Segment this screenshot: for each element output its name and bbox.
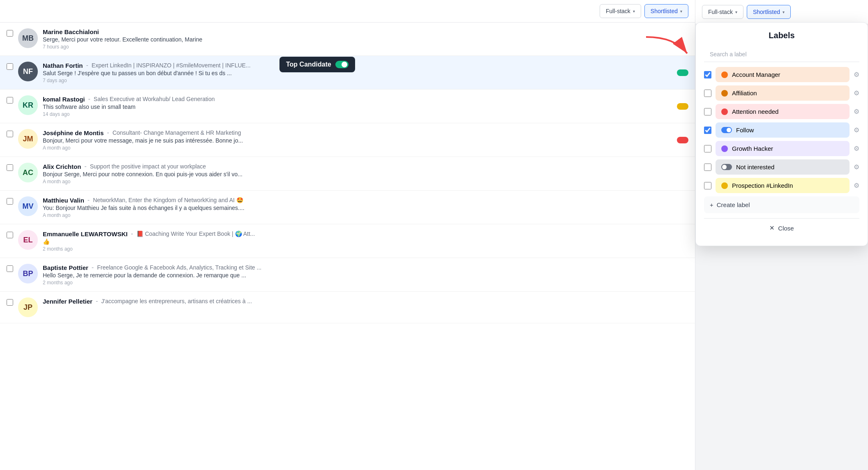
label-dot-icon: [721, 71, 728, 78]
conv-name: Baptiste Pottier: [43, 264, 88, 271]
label-checkbox[interactable]: [704, 90, 711, 97]
label-tag[interactable]: Attention needed: [716, 104, 850, 119]
label-dot-icon: [721, 182, 728, 189]
item-checkbox[interactable]: [7, 232, 13, 238]
item-checkbox-wrap[interactable]: [7, 28, 13, 38]
list-item[interactable]: AC Alix Crichton -Support the positive i…: [0, 157, 695, 191]
settings-icon[interactable]: ⚙: [854, 163, 859, 171]
list-item[interactable]: KR komal Rastogi -Sales Executive at Wor…: [0, 90, 695, 123]
create-label-button[interactable]: + Create label: [704, 196, 859, 213]
label-item[interactable]: Not interested ⚙: [704, 159, 859, 175]
plus-icon: +: [710, 201, 713, 208]
labels-search-input[interactable]: [704, 47, 859, 62]
right-fullstack-filter[interactable]: Full-stack ▾: [702, 5, 743, 19]
label-checkbox[interactable]: [704, 145, 711, 152]
close-labels-button[interactable]: ✕ Close: [704, 218, 859, 237]
label-tag[interactable]: Follow: [716, 122, 850, 138]
settings-icon[interactable]: ⚙: [854, 182, 859, 189]
item-checkbox[interactable]: [7, 30, 13, 37]
labels-panel: Labels Account Manager ⚙ Affiliation ⚙ A…: [695, 22, 868, 246]
item-checkbox[interactable]: [7, 63, 13, 70]
right-shortlisted-filter[interactable]: Shortlisted ▾: [747, 5, 791, 19]
list-item[interactable]: JM Joséphine de Montis -Consultant- Chan…: [0, 123, 695, 157]
separator: -: [131, 230, 133, 237]
item-checkbox[interactable]: [7, 265, 13, 272]
conv-message: Hello Serge, Je te remercie pour la dema…: [43, 272, 363, 279]
conv-name: komal Rastogi: [43, 96, 85, 103]
item-checkbox[interactable]: [7, 131, 13, 137]
label-item[interactable]: Prospection #LinkedIn ⚙: [704, 178, 859, 193]
conv-name-row: Nathan Fortin -Expert LinkedIn | INSPIRA…: [43, 62, 688, 69]
label-checkbox[interactable]: [704, 164, 711, 171]
item-checkbox[interactable]: [7, 97, 13, 104]
item-checkbox[interactable]: [7, 299, 13, 306]
label-checkbox[interactable]: [704, 182, 711, 189]
conv-title: Expert LinkedIn | INSPIRANZO | #SmileMov…: [92, 62, 251, 69]
chevron-down-icon-2: ▾: [680, 9, 682, 14]
label-badge: [677, 103, 688, 110]
label-tag[interactable]: Account Manager: [716, 67, 850, 82]
conv-message: Serge, Merci pour votre retour. Excellen…: [43, 36, 363, 43]
item-checkbox-wrap[interactable]: [7, 163, 13, 173]
label-checkbox[interactable]: [704, 127, 711, 134]
avatar: NF: [18, 62, 38, 81]
settings-icon[interactable]: ⚙: [854, 89, 859, 97]
create-label-text: Create label: [717, 201, 750, 208]
conv-name-row: Matthieu Valin -NetworkMan, Enter the Ki…: [43, 196, 688, 204]
settings-icon[interactable]: ⚙: [854, 71, 859, 78]
item-checkbox-wrap[interactable]: [7, 62, 13, 71]
right-fullstack-label: Full-stack: [708, 9, 733, 15]
avatar: AC: [18, 163, 38, 182]
list-item[interactable]: MB Marine Bacchialoni Serge, Merci pour …: [0, 23, 695, 56]
item-checkbox-wrap[interactable]: [7, 297, 13, 307]
item-checkbox[interactable]: [7, 198, 13, 205]
label-tag[interactable]: Growth Hacker: [716, 141, 850, 156]
settings-icon[interactable]: ⚙: [854, 108, 859, 115]
conv-time: A month ago: [43, 179, 688, 184]
item-checkbox[interactable]: [7, 164, 13, 171]
settings-icon[interactable]: ⚙: [854, 145, 859, 152]
conv-title: Sales Executive at Workahub/ Lead Genera…: [94, 96, 215, 102]
label-tag[interactable]: Prospection #LinkedIn: [716, 178, 850, 193]
label-checkbox[interactable]: [704, 108, 711, 115]
label-tag[interactable]: Affiliation: [716, 85, 850, 101]
item-checkbox-wrap[interactable]: [7, 230, 13, 240]
avatar: BP: [18, 264, 38, 283]
conv-time: 7 days ago: [43, 78, 688, 83]
separator: -: [88, 95, 90, 103]
list-item[interactable]: MV Matthieu Valin -NetworkMan, Enter the…: [0, 191, 695, 224]
separator: -: [92, 264, 94, 271]
avatar: JM: [18, 129, 38, 149]
label-item[interactable]: Attention needed ⚙: [704, 104, 859, 119]
label-item[interactable]: Growth Hacker ⚙: [704, 141, 859, 156]
toggle-on-icon[interactable]: [335, 61, 349, 68]
label-name: Not interested: [736, 164, 774, 170]
item-checkbox-wrap[interactable]: [7, 264, 13, 274]
label-item[interactable]: Account Manager ⚙: [704, 67, 859, 82]
fullstack-filter-button[interactable]: Full-stack ▾: [600, 4, 641, 18]
label-name: Account Manager: [732, 71, 780, 78]
label-tag[interactable]: Not interested: [716, 159, 850, 175]
list-item[interactable]: EL Emmanuelle LEWARTOWSKI -📕 Coaching Wr…: [0, 224, 695, 258]
conv-time: A month ago: [43, 212, 688, 218]
label-item[interactable]: Follow ⚙: [704, 122, 859, 138]
item-checkbox-wrap[interactable]: [7, 95, 13, 105]
labels-list: Account Manager ⚙ Affiliation ⚙ Attentio…: [704, 67, 859, 193]
item-checkbox-wrap[interactable]: [7, 196, 13, 206]
settings-icon[interactable]: ⚙: [854, 126, 859, 134]
right-shortlisted-label: Shortlisted: [753, 9, 780, 15]
label-item[interactable]: Affiliation ⚙: [704, 85, 859, 101]
shortlisted-filter-button[interactable]: Shortlisted ▾: [644, 4, 688, 18]
tooltip-text: Top Candidate: [286, 61, 331, 68]
conv-title: Freelance Google & Facebook Ads, Analyti…: [97, 264, 261, 271]
list-item[interactable]: BP Baptiste Pottier -Freelance Google & …: [0, 258, 695, 292]
close-label-text: Close: [778, 225, 794, 232]
item-checkbox-wrap[interactable]: [7, 129, 13, 139]
conv-content: Matthieu Valin -NetworkMan, Enter the Ki…: [43, 196, 688, 218]
conv-name-row: Alix Crichton -Support the positive impa…: [43, 163, 688, 170]
label-checkbox[interactable]: [704, 71, 711, 78]
conv-content: Emmanuelle LEWARTOWSKI -📕 Coaching Write…: [43, 230, 688, 252]
conv-time: 14 days ago: [43, 111, 688, 117]
conv-name: Nathan Fortin: [43, 62, 83, 69]
list-item[interactable]: JP Jennifer Pelletier -J'accompagne les …: [0, 292, 695, 323]
